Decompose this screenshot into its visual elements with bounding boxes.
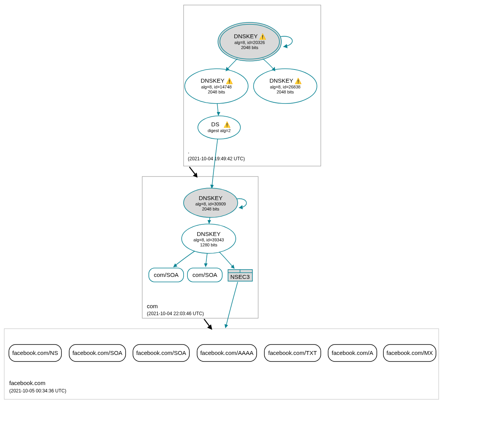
node-com-soa2: com/SOA (187, 268, 222, 282)
node-fb-soa1: facebook.com/SOA (69, 344, 126, 361)
root-zska-line3: 2048 bits (208, 90, 225, 94)
fb-a-label: facebook.com/A (332, 350, 373, 356)
node-root-ds: DS ⚠️ digest alg=2 (198, 116, 240, 139)
fb-soa1-label: facebook.com/SOA (72, 350, 122, 356)
com-ksk-title: DNSKEY (199, 195, 223, 201)
root-zskb-line3: 2048 bits (277, 90, 294, 94)
zone-facebook-name: facebook.com (9, 380, 45, 386)
svg-text:DNSKEY: DNSKEY (201, 77, 225, 84)
com-ksk-line2: alg=8, id=30909 (196, 202, 226, 206)
com-soa1-label: com/SOA (154, 272, 179, 278)
zone-com-timestamp: (2021-10-04 22:03:46 UTC) (147, 311, 204, 316)
zone-root-timestamp: (2021-10-04 19:49:42 UTC) (188, 156, 245, 161)
com-soa2-label: com/SOA (192, 272, 217, 278)
node-fb-a: facebook.com/A (328, 344, 377, 361)
arrowhead (225, 324, 228, 328)
edge-ds-to-comksk (212, 139, 218, 188)
root-ds-title: DS (211, 121, 220, 127)
node-fb-soa2: facebook.com/SOA (133, 344, 189, 361)
com-nsec3-label: NSEC3 (230, 273, 250, 280)
node-fb-txt: facebook.com/TXT (264, 344, 321, 361)
facebook-records-row: facebook.com/NS facebook.com/SOA faceboo… (9, 344, 436, 361)
arrowhead-black (207, 324, 212, 330)
com-zsk-title: DNSKEY (197, 231, 221, 237)
com-zsk-line2: alg=8, id=39343 (194, 238, 224, 242)
root-ds-line2: digest alg=2 (208, 128, 231, 133)
fb-aaaa-label: facebook.com/AAAA (200, 350, 254, 356)
fb-mx-label: facebook.com/MX (386, 350, 433, 356)
warn-icon: ⚠️ (295, 78, 302, 85)
svg-text:DNSKEY: DNSKEY (234, 33, 258, 39)
node-fb-mx: facebook.com/MX (383, 344, 436, 361)
arrowhead (217, 112, 220, 116)
fb-ns-label: facebook.com/NS (12, 350, 58, 356)
node-com-nsec3: NSEC3 (228, 270, 252, 281)
dnssec-diagram: . (2021-10-04 19:49:42 UTC) DNSKEY ⚠️ al… (0, 0, 492, 448)
arrowhead-black (193, 173, 197, 178)
root-zskb-title: DNSKEY (269, 77, 293, 84)
arrowhead (204, 263, 208, 267)
edge-nsec3-to-fb (226, 282, 238, 328)
arrowhead (239, 205, 243, 209)
arrowhead (208, 220, 211, 224)
zone-facebook-timestamp: (2021-10-05 00:34:36 UTC) (9, 388, 66, 394)
warn-icon: ⚠️ (223, 121, 231, 128)
node-com-soa1: com/SOA (149, 268, 184, 282)
zone-com-name: com (147, 303, 158, 309)
edge-comzsk-nsec3 (219, 252, 234, 268)
svg-text:DNSKEY: DNSKEY (269, 77, 293, 84)
warn-icon: ⚠️ (226, 78, 233, 85)
node-com-ksk: DNSKEY alg=8, id=30909 2048 bits (184, 188, 238, 217)
svg-text:DS: DS (211, 121, 220, 127)
fb-txt-label: facebook.com/TXT (268, 350, 317, 356)
node-root-zsk-a: DNSKEY ⚠️ alg=8, id=14748 2048 bits (185, 69, 248, 104)
root-zska-title: DNSKEY (201, 77, 225, 84)
node-root-ksk: DNSKEY ⚠️ alg=8, id=20326 2048 bits (218, 22, 281, 61)
node-root-zsk-b: DNSKEY ⚠️ alg=8, id=26838 2048 bits (254, 69, 317, 104)
root-ksk-line3: 2048 bits (241, 45, 259, 50)
arrowhead (283, 44, 288, 48)
zone-root-name: . (188, 148, 189, 154)
edge-comzsk-soa1 (174, 251, 195, 266)
root-ksk-title: DNSKEY (234, 33, 258, 39)
root-zskb-line2: alg=8, id=26838 (270, 85, 301, 89)
node-fb-aaaa: facebook.com/AAAA (197, 344, 257, 361)
root-zska-line2: alg=8, id=14748 (201, 85, 232, 89)
com-zsk-line3: 1280 bits (200, 243, 218, 247)
fb-soa2-label: facebook.com/SOA (136, 350, 186, 356)
warn-icon: ⚠️ (259, 33, 266, 40)
node-fb-ns: facebook.com/NS (9, 344, 61, 361)
zone-facebook-box (4, 329, 439, 399)
node-com-zsk: DNSKEY alg=8, id=39343 1280 bits (182, 224, 236, 253)
com-ksk-line3: 2048 bits (202, 207, 220, 211)
root-ksk-line2: alg=8, id=20326 (235, 40, 265, 45)
